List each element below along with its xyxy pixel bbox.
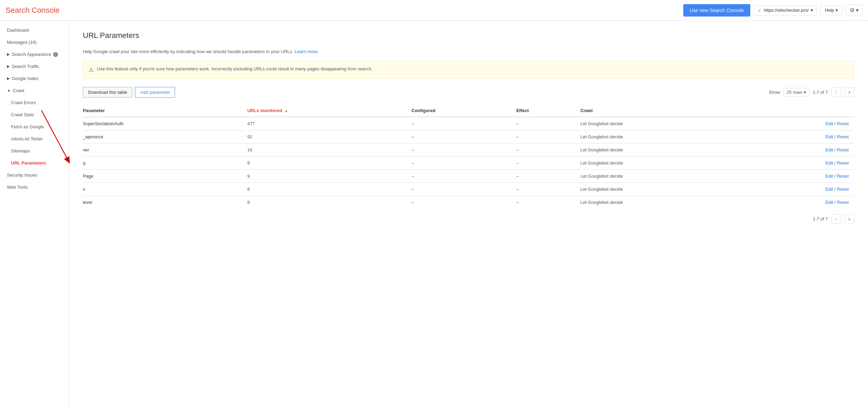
edit-link[interactable]: Edit <box>826 121 833 126</box>
sidebar-label-search-appearance: Search Appearance <box>12 52 51 57</box>
cell-parameter: v <box>83 182 247 196</box>
edit-link[interactable]: Edit <box>826 200 833 205</box>
sidebar-item-sitemaps[interactable]: Sitemaps <box>0 145 69 157</box>
separator: / <box>835 160 837 166</box>
reset-link[interactable]: Reset <box>837 121 849 126</box>
sidebar-item-security-issues[interactable]: Security Issues <box>0 169 69 181</box>
chevron-down-icon: ▾ <box>811 8 813 13</box>
cell-crawl: Let Googlebot decide <box>580 156 752 169</box>
cell-crawl: Let Googlebot decide <box>580 117 752 130</box>
edit-link[interactable]: Edit <box>826 160 833 166</box>
sidebar-item-search-appearance[interactable]: ▶ Search Appearance i <box>0 48 69 60</box>
show-label: Show <box>769 90 780 95</box>
rows-selector[interactable]: 25 rows ▾ <box>783 88 809 97</box>
reset-link[interactable]: Reset <box>837 160 849 166</box>
layout: Dashboard Messages (18) ▶ Search Appeara… <box>0 21 868 407</box>
cell-effect: – <box>516 143 580 156</box>
cell-parameter: SuperSocializerAuth <box>83 117 247 130</box>
help-button[interactable]: Help ▾ <box>820 5 842 15</box>
sidebar-label-google-index: Google Index <box>12 76 38 81</box>
cell-configured: – <box>412 117 517 130</box>
toolbar-left: Download this table Add parameter <box>83 87 175 98</box>
checkmark-icon: ✓ <box>758 8 762 13</box>
download-table-button[interactable]: Download this table <box>83 87 132 98</box>
cell-parameter: level <box>83 196 247 209</box>
new-console-button[interactable]: Use new Search Console <box>683 4 750 17</box>
sidebar-item-url-parameters[interactable]: URL Parameters <box>0 157 69 169</box>
col-header-crawl: Crawl <box>580 105 752 117</box>
arrow-down-icon: ▼ <box>7 89 11 93</box>
cell-configured: – <box>412 156 517 169</box>
col-header-parameter: Parameter <box>83 105 247 117</box>
info-icon[interactable]: i <box>53 52 58 57</box>
arrow-right-icon: ▶ <box>7 76 10 81</box>
col-header-actions <box>752 105 854 117</box>
col-header-effect: Effect <box>516 105 580 117</box>
sidebar-item-crawl[interactable]: ▼ Crawl <box>0 85 69 97</box>
cell-configured: – <box>412 130 517 143</box>
sidebar-item-google-index[interactable]: ▶ Google Index <box>0 72 69 85</box>
learn-more-link[interactable]: Learn more. <box>295 49 319 54</box>
next-page-button[interactable]: › <box>845 87 854 97</box>
separator: / <box>835 147 837 152</box>
reset-link[interactable]: Reset <box>837 173 849 179</box>
bottom-prev-page-button[interactable]: ‹ <box>831 214 841 224</box>
add-parameter-button[interactable]: Add parameter <box>135 87 175 98</box>
edit-link[interactable]: Edit <box>826 134 833 139</box>
chevron-down-icon: ▾ <box>856 7 859 13</box>
sidebar-item-robots-tester[interactable]: robots.txt Tester <box>0 133 69 145</box>
sidebar-item-messages[interactable]: Messages (18) <box>0 36 69 48</box>
cell-edit-action[interactable]: Edit / Reset <box>752 196 854 209</box>
logo[interactable]: Search Console <box>6 6 60 15</box>
sidebar-item-fetch-as-google[interactable]: Fetch as Google <box>0 121 69 133</box>
cell-edit-action[interactable]: Edit / Reset <box>752 143 854 156</box>
cell-edit-action[interactable]: Edit / Reset <box>752 117 854 130</box>
col-header-urls-monitored[interactable]: URLs monitored ▲ <box>247 105 412 117</box>
sidebar-label-search-traffic: Search Traffic <box>12 64 39 69</box>
cell-edit-action[interactable]: Edit / Reset <box>752 130 854 143</box>
url-parameters-table: Parameter URLs monitored ▲ Configured Ef… <box>83 105 854 209</box>
warning-box: ⚠ Use this feature only if you're sure h… <box>83 61 854 79</box>
cell-crawl: Let Googlebot decide <box>580 169 752 182</box>
reset-link[interactable]: Reset <box>837 200 849 205</box>
gear-icon: ⚙ <box>850 7 855 13</box>
cell-urls-monitored: 92 <box>247 130 412 143</box>
sidebar-item-web-tools[interactable]: Web Tools <box>0 181 69 193</box>
sort-arrow-icon: ▲ <box>284 109 288 113</box>
sidebar-item-crawl-errors[interactable]: Crawl Errors <box>0 97 69 109</box>
cell-edit-action[interactable]: Edit / Reset <box>752 169 854 182</box>
edit-link[interactable]: Edit <box>826 187 833 192</box>
cell-edit-action[interactable]: Edit / Reset <box>752 182 854 196</box>
separator: / <box>835 134 837 139</box>
warning-text: Use this feature only if you're sure how… <box>97 66 373 72</box>
bottom-pagination: 1-7 of 7 ‹ › <box>83 209 854 224</box>
edit-link[interactable]: Edit <box>826 173 833 179</box>
edit-link[interactable]: Edit <box>826 147 833 152</box>
toolbar-right: Show 25 rows ▾ 1-7 of 7 ‹ › <box>769 87 854 97</box>
settings-button[interactable]: ⚙ ▾ <box>846 4 862 16</box>
cell-crawl: Let Googlebot decide <box>580 143 752 156</box>
sidebar-item-search-traffic[interactable]: ▶ Search Traffic <box>0 60 69 72</box>
cell-parameter: ver <box>83 143 247 156</box>
table-row: ver 16 – – Let Googlebot decide Edit / R… <box>83 143 854 156</box>
cell-edit-action[interactable]: Edit / Reset <box>752 156 854 169</box>
cell-parameter: q <box>83 156 247 169</box>
prev-page-button[interactable]: ‹ <box>831 87 841 97</box>
table-row: v 8 – – Let Googlebot decide Edit / Rese… <box>83 182 854 196</box>
sidebar-item-crawl-stats[interactable]: Crawl Stats <box>0 109 69 121</box>
table-row: Page 9 – – Let Googlebot decide Edit / R… <box>83 169 854 182</box>
cell-crawl: Let Googlebot decide <box>580 182 752 196</box>
bottom-next-page-button[interactable]: › <box>845 214 854 224</box>
cell-effect: – <box>516 130 580 143</box>
cell-effect: – <box>516 182 580 196</box>
cell-parameter: _wpnonce <box>83 130 247 143</box>
separator: / <box>835 187 837 192</box>
sidebar-item-dashboard[interactable]: Dashboard <box>0 24 69 36</box>
col-header-configured: Configured <box>412 105 517 117</box>
reset-link[interactable]: Reset <box>837 134 849 139</box>
arrow-right-icon: ▶ <box>7 52 10 57</box>
reset-link[interactable]: Reset <box>837 147 849 152</box>
site-selector[interactable]: ✓ https://sitechecker.pro/ ▾ <box>754 5 817 16</box>
reset-link[interactable]: Reset <box>837 187 849 192</box>
cell-urls-monitored: 477 <box>247 117 412 130</box>
